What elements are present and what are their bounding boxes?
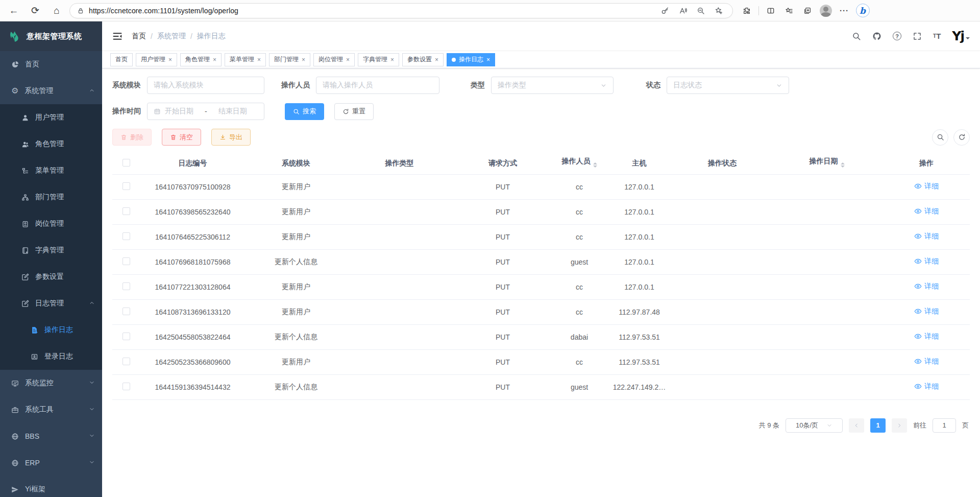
detail-link[interactable]: 详细 bbox=[914, 207, 939, 216]
module-input[interactable]: 请输入系统模块 bbox=[147, 77, 264, 94]
row-checkbox[interactable] bbox=[122, 333, 130, 340]
sidebar-item-2[interactable]: ⚙系统管理 bbox=[0, 78, 102, 104]
sidebar-item-7[interactable]: 岗位管理 bbox=[0, 210, 102, 237]
sidebar-item-5[interactable]: 菜单管理 bbox=[0, 157, 102, 184]
tab-7[interactable]: 字典管理× bbox=[358, 53, 399, 66]
search-button[interactable]: 搜索 bbox=[285, 103, 324, 120]
font-size-icon[interactable]: TT bbox=[933, 32, 941, 40]
sidebar-collapse-icon[interactable] bbox=[112, 31, 122, 41]
fullscreen-icon[interactable] bbox=[913, 32, 922, 41]
sidebar-item-17[interactable]: Yi框架 bbox=[0, 476, 102, 497]
sidebar-item-8[interactable]: 字典管理 bbox=[0, 237, 102, 264]
read-aloud-icon[interactable] bbox=[676, 4, 690, 17]
sidebar-item-10[interactable]: 日志管理 bbox=[0, 290, 102, 317]
browser-menu-icon[interactable]: ··· bbox=[837, 4, 852, 18]
address-bar[interactable]: https://ccnetcore.com:1101/system/log/op… bbox=[69, 3, 733, 18]
tab-close-icon[interactable]: × bbox=[346, 56, 350, 63]
browser-refresh-icon[interactable]: ⟳ bbox=[27, 3, 44, 18]
tab-3[interactable]: 角色管理× bbox=[180, 53, 222, 66]
row-checkbox[interactable] bbox=[122, 307, 130, 315]
detail-link[interactable]: 详细 bbox=[914, 182, 939, 191]
next-page-button[interactable] bbox=[892, 418, 907, 433]
sidebar-item-14[interactable]: 系统工具 bbox=[0, 396, 102, 423]
detail-link[interactable]: 详细 bbox=[914, 232, 939, 241]
split-screen-icon[interactable] bbox=[763, 4, 778, 18]
delete-button[interactable]: 删除 bbox=[112, 129, 152, 146]
page-number-button[interactable]: 1 bbox=[870, 418, 886, 433]
page-size-select[interactable]: 10条/页 bbox=[786, 418, 843, 433]
row-checkbox[interactable] bbox=[122, 232, 130, 240]
detail-link[interactable]: 详细 bbox=[914, 382, 939, 391]
row-checkbox[interactable] bbox=[122, 358, 130, 365]
tab-1[interactable]: 首页 bbox=[110, 53, 133, 66]
tab-9[interactable]: 操作日志× bbox=[447, 53, 495, 66]
collections-icon[interactable] bbox=[800, 4, 815, 18]
tab-4[interactable]: 菜单管理× bbox=[225, 53, 266, 66]
favorites-bar-icon[interactable] bbox=[781, 4, 797, 18]
tab-8[interactable]: 参数设置× bbox=[402, 53, 444, 66]
row-checkbox[interactable] bbox=[122, 207, 130, 215]
detail-link[interactable]: 详细 bbox=[914, 332, 939, 341]
select-all-checkbox[interactable] bbox=[112, 153, 140, 174]
table-refresh-icon[interactable] bbox=[953, 129, 970, 146]
table-search-toggle-icon[interactable] bbox=[932, 129, 948, 146]
tab-close-icon[interactable]: × bbox=[168, 56, 172, 63]
column-header[interactable]: 操作日期 bbox=[771, 153, 883, 174]
status-select[interactable]: 日志状态 bbox=[667, 77, 789, 94]
detail-link[interactable]: 详细 bbox=[914, 282, 939, 291]
breadcrumb-level1[interactable]: 系统管理 bbox=[157, 32, 186, 41]
tab-5[interactable]: 部门管理× bbox=[269, 53, 310, 66]
sort-caret-icon[interactable] bbox=[593, 160, 597, 170]
tab-close-icon[interactable]: × bbox=[435, 56, 438, 63]
tab-close-icon[interactable]: × bbox=[213, 56, 216, 63]
detail-link[interactable]: 详细 bbox=[914, 307, 939, 316]
sidebar-item-6[interactable]: 部门管理 bbox=[0, 184, 102, 210]
browser-back-icon[interactable]: ← bbox=[5, 3, 22, 18]
sidebar-item-16[interactable]: ERP bbox=[0, 449, 102, 476]
zoom-out-icon[interactable] bbox=[694, 4, 707, 17]
sort-caret-icon[interactable] bbox=[841, 160, 845, 170]
prev-page-button[interactable] bbox=[849, 418, 864, 433]
sidebar-item-13[interactable]: 系统监控 bbox=[0, 370, 102, 396]
tab-close-icon[interactable]: × bbox=[302, 56, 305, 63]
url-text[interactable]: https://ccnetcore.com:1101/system/log/op… bbox=[89, 7, 654, 15]
detail-link[interactable]: 详细 bbox=[914, 357, 939, 366]
date-range-input[interactable]: 开始日期 - 结束日期 bbox=[147, 103, 264, 120]
export-button[interactable]: 导出 bbox=[211, 129, 251, 146]
browser-home-icon[interactable]: ⌂ bbox=[48, 3, 65, 18]
row-checkbox[interactable] bbox=[122, 182, 130, 190]
goto-page-input[interactable]: 1 bbox=[933, 418, 956, 433]
user-avatar-menu[interactable]: Yj bbox=[952, 30, 970, 42]
sidebar-item-12[interactable]: 登录日志 bbox=[0, 343, 102, 370]
browser-profile-avatar[interactable] bbox=[818, 4, 834, 18]
row-checkbox[interactable] bbox=[122, 383, 130, 390]
checkbox-icon[interactable] bbox=[122, 159, 130, 167]
operator-input[interactable]: 请输入操作人员 bbox=[316, 77, 439, 94]
sidebar-item-1[interactable]: 首页 bbox=[0, 51, 102, 78]
bing-chat-icon[interactable]: b bbox=[855, 4, 870, 18]
clear-button[interactable]: 清空 bbox=[162, 129, 201, 146]
extensions-icon[interactable] bbox=[739, 4, 754, 18]
header-search-icon[interactable] bbox=[852, 32, 861, 41]
help-icon[interactable]: ? bbox=[893, 32, 901, 40]
row-checkbox[interactable] bbox=[122, 257, 130, 265]
password-key-icon[interactable] bbox=[658, 4, 672, 17]
tab-6[interactable]: 岗位管理× bbox=[313, 53, 355, 66]
detail-link[interactable]: 详细 bbox=[914, 257, 939, 266]
favorite-add-icon[interactable] bbox=[712, 4, 725, 17]
tab-close-icon[interactable]: × bbox=[257, 56, 261, 63]
reset-button[interactable]: 重置 bbox=[334, 103, 374, 120]
tab-close-icon[interactable]: × bbox=[486, 56, 490, 63]
column-header[interactable]: 操作人员 bbox=[554, 153, 605, 174]
type-select[interactable]: 操作类型 bbox=[491, 77, 614, 94]
sidebar-item-11[interactable]: 操作日志 bbox=[0, 317, 102, 343]
sidebar-item-3[interactable]: 用户管理 bbox=[0, 104, 102, 131]
breadcrumb-home[interactable]: 首页 bbox=[132, 32, 146, 41]
tab-2[interactable]: 用户管理× bbox=[136, 53, 177, 66]
row-checkbox[interactable] bbox=[122, 282, 130, 290]
sidebar-item-4[interactable]: 角色管理 bbox=[0, 131, 102, 157]
tab-close-icon[interactable]: × bbox=[390, 56, 394, 63]
sidebar-item-9[interactable]: 参数设置 bbox=[0, 264, 102, 290]
sidebar-item-15[interactable]: BBS bbox=[0, 423, 102, 449]
github-icon[interactable] bbox=[872, 32, 881, 41]
